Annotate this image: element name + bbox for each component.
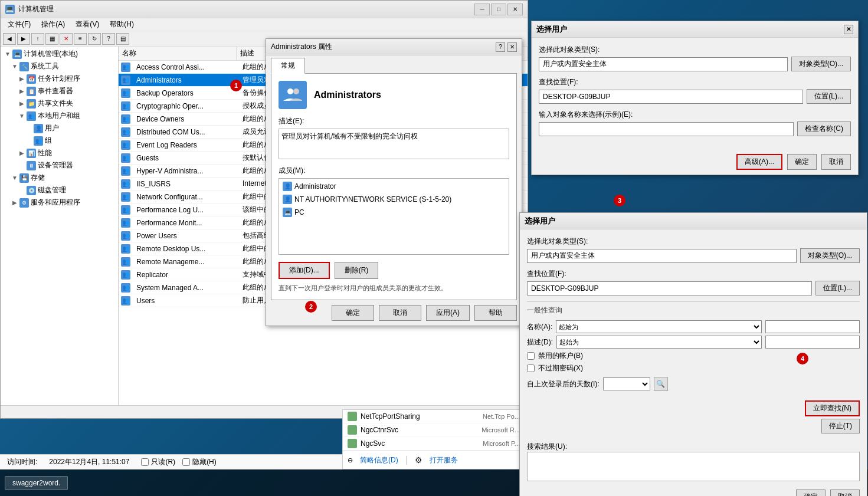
apply-button[interactable]: 应用(A) [426, 305, 470, 321]
non-expired-checkbox[interactable] [527, 364, 535, 372]
col-name[interactable]: 名称 [119, 47, 237, 60]
su-location-btn[interactable]: 位置(L)... [807, 89, 851, 104]
toolbar-delete[interactable]: ✕ [60, 33, 73, 45]
stop-btn[interactable]: 停止(T) [821, 419, 860, 433]
admin-dialog-question[interactable]: ? [496, 42, 505, 52]
search-icon-btn[interactable]: 🔍 [654, 377, 668, 391]
tree-root-expand[interactable]: ▼ [4, 51, 11, 58]
toolbar-forward[interactable]: ▶ [17, 33, 30, 45]
toolbar-back[interactable]: ◀ [3, 33, 16, 45]
add-button[interactable]: 添加(D)... [279, 262, 330, 279]
name-query-select[interactable]: 起始为 [556, 320, 762, 333]
su-b-location-label: 查找位置(F): [527, 269, 860, 279]
service-row-1[interactable]: NgcCtnrSvc Microsoft R... [343, 423, 525, 437]
su-b-cancel-btn[interactable]: 取消 [830, 490, 860, 496]
immediate-find-btn[interactable]: 立即查找(N) [805, 400, 860, 416]
disabled-accounts-checkbox[interactable] [527, 352, 535, 360]
su-b-obj-type-input[interactable] [527, 249, 797, 263]
tree-task-scheduler[interactable]: ▶ 📅 任务计划程序 [16, 73, 117, 85]
non-expired-row: 不过期密码(X) [527, 363, 860, 373]
backup-icon: 👥 [121, 88, 130, 98]
help-button[interactable]: 帮助 [474, 305, 517, 321]
tree-groups-label: 组 [45, 136, 52, 146]
tree-local-expand[interactable]: ▼ [18, 113, 25, 120]
menu-help[interactable]: 帮助(H) [105, 18, 139, 31]
desc-field-label: 描述(E): [279, 116, 509, 126]
remove-button[interactable]: 删除(R) [335, 262, 379, 279]
summary-btn[interactable]: 简略信息(D) [360, 455, 398, 465]
su-advanced-btn[interactable]: 高级(A)... [736, 154, 782, 170]
tree-system-expand[interactable]: ▼ [11, 63, 18, 70]
tree-perf-expand[interactable]: ▶ [18, 150, 25, 157]
toolbar-up[interactable]: ↑ [31, 33, 44, 45]
taskbar-item-swagger[interactable]: swagger2word. [5, 476, 68, 490]
su-b-ok-btn[interactable]: 确定 [796, 490, 826, 496]
menu-action[interactable]: 操作(A) [37, 18, 70, 31]
cancel-button[interactable]: 取消 [379, 305, 421, 321]
maximize-button[interactable]: □ [491, 4, 506, 15]
tree-svc-expand[interactable]: ▶ [11, 199, 18, 206]
desc-query-grid: 描述(D): 起始为 [527, 336, 860, 349]
hidden-checkbox[interactable] [182, 458, 190, 466]
toolbar-refresh[interactable]: ↻ [88, 33, 101, 45]
su-b-location-input[interactable] [527, 281, 812, 295]
member-pc[interactable]: 💻 PC [280, 206, 507, 219]
su-location-input[interactable] [539, 90, 803, 104]
admin-dialog-close[interactable]: ✕ [507, 42, 517, 52]
toolbar-show-hide[interactable]: ▦ [45, 33, 58, 45]
tab-general[interactable]: 常规 [271, 58, 305, 74]
tree-root[interactable]: ▼ 💻 计算机管理(本地) [2, 48, 117, 60]
desc-query-select[interactable]: 起始为 [556, 336, 762, 349]
tree-services-apps[interactable]: ▶ ⚙ 服务和应用程序 [9, 196, 117, 209]
tree-users[interactable]: ▶ 👤 用户 [23, 122, 117, 134]
tree-performance[interactable]: ▶ 📊 性能 [16, 147, 117, 159]
tree-device-manager[interactable]: ▶ 🖥 设备管理器 [16, 159, 117, 172]
su-top-title-text: 选择用户 [536, 24, 567, 35]
su-cancel-btn[interactable]: 取消 [821, 154, 851, 170]
tree-shared-expand[interactable]: ▶ [18, 100, 25, 107]
desc-field-input[interactable]: 管理员对计算机/域有不受限制的完全访问权 [279, 129, 509, 159]
minimize-button[interactable]: ─ [474, 4, 490, 15]
tree-storage-icon: 💾 [19, 173, 29, 183]
ok-button[interactable]: 确定 [332, 305, 374, 321]
menu-file[interactable]: 文件(F) [3, 18, 35, 31]
toolbar-export[interactable]: ▤ [116, 33, 129, 45]
desc-query-input[interactable] [765, 336, 860, 349]
readonly-checkbox[interactable] [141, 458, 149, 466]
tree-shared-folders[interactable]: ▶ 📁 共享文件夹 [16, 97, 117, 110]
open-service-btn[interactable]: 打开服务 [430, 455, 458, 465]
su-enter-input[interactable] [539, 122, 794, 136]
tree-storage-expand[interactable]: ▼ [11, 175, 18, 182]
tree-task-expand[interactable]: ▶ [18, 75, 25, 83]
tree-disk-icon: 💿 [27, 186, 36, 195]
tree-storage[interactable]: ▼ 💾 存储 [9, 172, 117, 184]
member-network-service[interactable]: 👤 NT AUTHORITY\NETWORK SERVICE (S-1-5-20… [280, 193, 507, 206]
tree-event-label: 事件查看器 [38, 86, 73, 96]
tree-event-expand[interactable]: ▶ [18, 88, 25, 95]
su-b-obj-type-btn[interactable]: 对象类型(O)... [800, 248, 860, 263]
su-check-btn[interactable]: 检查名称(C) [797, 121, 851, 136]
su-top-close[interactable]: ✕ [844, 25, 853, 34]
su-b-location-btn[interactable]: 位置(L)... [815, 281, 860, 295]
tree-groups[interactable]: ▶ 👥 组 [23, 134, 117, 147]
tree-local-users[interactable]: ▼ 👥 本地用户和组 [16, 110, 117, 122]
su-enter-label: 输入对象名称来选择(示例)(E): [539, 110, 851, 120]
rdesktop-name-cell: Remote Desktop Us... [133, 244, 239, 254]
service-row-2[interactable]: NgcSvc Microsoft P... [343, 437, 525, 451]
close-button[interactable]: ✕ [507, 4, 523, 15]
tree-disk-mgmt[interactable]: ▶ 💿 磁盘管理 [16, 184, 117, 196]
tree-system-tools[interactable]: ▼ 🔧 系统工具 [9, 60, 117, 73]
menu-view[interactable]: 查看(V) [71, 18, 104, 31]
member-administrator[interactable]: 👤 Administrator [280, 180, 507, 193]
toolbar-properties[interactable]: ≡ [74, 33, 87, 45]
search-results-list[interactable] [527, 452, 860, 481]
su-obj-type-btn[interactable]: 对象类型(O)... [791, 57, 851, 71]
tree-task-icon: 📅 [27, 74, 36, 84]
name-query-input[interactable] [765, 320, 860, 333]
tree-event-viewer[interactable]: ▶ 📋 事件查看器 [16, 85, 117, 97]
toolbar-help[interactable]: ? [102, 33, 115, 45]
su-obj-type-input[interactable] [539, 57, 788, 71]
last-login-select[interactable] [603, 377, 650, 390]
service-row-0[interactable]: NetTcpPortSharing Net.Tcp Po... [343, 410, 525, 423]
su-ok-btn[interactable]: 确定 [787, 154, 817, 170]
